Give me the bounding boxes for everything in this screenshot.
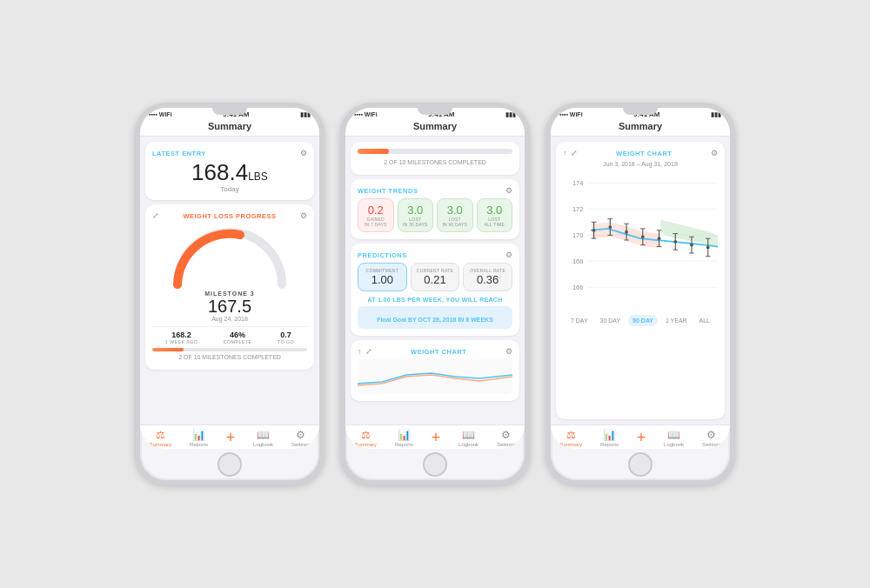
home-button-1[interactable] xyxy=(218,452,242,477)
tab-reports-3[interactable]: 📊 Reports xyxy=(600,429,619,447)
tab-logbook-1[interactable]: 📖 Logbook xyxy=(253,429,273,447)
chart-header-2: ↑ ⤢ Weight Chart ⚙ xyxy=(358,347,512,356)
gear-icon-2[interactable]: ⚙ xyxy=(300,211,307,220)
weight-date: Today xyxy=(152,185,307,193)
phone-3: ▪▪▪▪ WiFi 9:41 AM ▮▮▮ Summary ↑ ⤢ Weight… xyxy=(545,103,735,485)
expand-icon-3[interactable]: ⤢ xyxy=(571,149,578,157)
milestone-bar-fill xyxy=(358,149,389,154)
milestone-label: MILESTONE 3 xyxy=(152,291,307,297)
period-30day[interactable]: 30 DAY xyxy=(596,315,626,326)
gear-icon-chart-2[interactable]: ⚙ xyxy=(505,347,512,356)
tab-add-2[interactable]: + xyxy=(432,429,441,447)
chart-header-3: ↑ ⤢ Weight Chart ⚙ xyxy=(563,149,718,157)
nav-title-3: Summary xyxy=(551,119,730,137)
tab-add-icon-2: + xyxy=(432,429,441,447)
progress-bar-fill xyxy=(152,348,184,351)
prediction-goal-box: Final Goal BY OCT 28, 2018 IN 8 WEEKS xyxy=(358,306,512,329)
milestones-text-2: 2 OF 10 MILESTONES COMPLETED xyxy=(358,159,512,165)
tab-settings-label-2: Settings xyxy=(497,442,516,447)
week-ago-stat: 168.2 1 WEEK AGO xyxy=(165,331,197,344)
tab-bar-1: ⚖ Summary 📊 Reports + 📖 Logbook ⚙ Settin… xyxy=(140,424,319,449)
tab-reports-label-3: Reports xyxy=(600,442,619,447)
tab-summary-label-3: Summary xyxy=(559,442,582,447)
svg-text:172: 172 xyxy=(572,205,584,213)
gear-icon-1[interactable]: ⚙ xyxy=(300,149,307,157)
battery-icon-2: ▮▮▮ xyxy=(505,111,516,118)
weight-loss-progress-card: ⤢ Weight Loss Progress ⚙ MILESTONE 3 xyxy=(145,204,314,370)
complete-val: 46% xyxy=(224,331,252,339)
tab-add-3[interactable]: + xyxy=(637,429,646,447)
chart-svg: 174 172 170 168 166 xyxy=(563,170,718,310)
weight-display: 168.4LBS xyxy=(152,161,307,184)
gear-icon-chart-3[interactable]: ⚙ xyxy=(711,149,718,157)
tab-summary-2[interactable]: ⚖ Summary xyxy=(354,429,377,447)
svg-point-23 xyxy=(625,231,628,234)
milestone-progress-bar xyxy=(358,149,512,154)
tab-logbook-3[interactable]: 📖 Logbook xyxy=(664,429,684,447)
share-icon-3[interactable]: ↑ xyxy=(563,149,567,157)
phone-2-screen: ▪▪▪▪ WiFi 9:41 AM ▮▮▮ Summary 2 OF 10 MI… xyxy=(345,108,525,449)
period-1year[interactable]: 1 YEAR xyxy=(661,315,692,326)
weight-chart-title-2: Weight Chart xyxy=(411,348,466,356)
weight-chart-title-3: Weight Chart xyxy=(616,150,672,157)
tab-reports-label-2: Reports xyxy=(395,442,413,447)
tab-bar-3: ⚖ Summary 📊 Reports + 📖 Logbook ⚙ Settin… xyxy=(551,424,730,449)
chart-icons-3: ↑ ⤢ xyxy=(563,149,578,157)
trend-90-val: 3.0 xyxy=(440,204,470,217)
volume-button xyxy=(135,160,137,177)
tab-reports-icon-3: 📊 xyxy=(603,429,616,441)
trend-gained-lbl: GAINEDIN 7 DAYS xyxy=(361,217,391,227)
tab-summary-icon-1: ⚖ xyxy=(156,429,165,441)
complete-lbl: COMPLETE xyxy=(224,339,252,344)
weight-chart-card-2: ↑ ⤢ Weight Chart ⚙ xyxy=(351,340,519,401)
share-icon-2[interactable]: ↑ xyxy=(358,347,362,356)
expand-icon-2[interactable]: ⤢ xyxy=(365,347,372,356)
phone-notch-2 xyxy=(418,108,452,115)
trends-grid: 0.2 GAINEDIN 7 DAYS 3.0 LOSTIN 30 DAYS 3… xyxy=(358,198,512,232)
tab-summary-3[interactable]: ⚖ Summary xyxy=(559,429,582,447)
svg-point-27 xyxy=(641,235,645,238)
milestones-text-1: 2 OF 10 MILESTONES COMPLETED xyxy=(152,354,307,360)
predictions-grid: COMMITMENT 1.00 CURRENT RATE 0.21 OVERAL… xyxy=(358,263,512,291)
signal-icon-2: ▪▪▪▪ WiFi xyxy=(354,111,378,117)
svg-text:168: 168 xyxy=(572,257,584,265)
phone-notch-3 xyxy=(623,108,658,115)
pred-commitment-val: 1.00 xyxy=(361,273,404,286)
tab-summary-1[interactable]: ⚖ Summary xyxy=(149,429,171,447)
trend-90: 3.0 LOSTIN 90 DAYS xyxy=(437,198,473,232)
trend-gained: 0.2 GAINEDIN 7 DAYS xyxy=(358,198,394,232)
tab-settings-3[interactable]: ⚙ Settings xyxy=(702,429,721,447)
expand-icon[interactable]: ⤢ xyxy=(152,211,159,220)
tab-reports-label-1: Reports xyxy=(190,442,208,447)
tab-logbook-label-2: Logbook xyxy=(458,442,478,447)
latest-entry-card: Latest Entry ⚙ 168.4LBS Today xyxy=(145,142,314,200)
gear-icon-predictions[interactable]: ⚙ xyxy=(505,251,512,259)
tab-settings-icon-2: ⚙ xyxy=(501,429,511,441)
period-7day[interactable]: 7 DAY xyxy=(566,315,592,326)
tab-reports-1[interactable]: 📊 Reports xyxy=(190,429,208,447)
tab-reports-2[interactable]: 📊 Reports xyxy=(395,429,413,447)
svg-text:174: 174 xyxy=(572,179,584,187)
home-button-2[interactable] xyxy=(423,452,447,477)
tab-add-1[interactable]: + xyxy=(226,429,236,447)
svg-point-31 xyxy=(658,237,661,240)
tab-summary-label-1: Summary xyxy=(149,442,171,447)
volume-button-2 xyxy=(340,160,342,177)
period-90day[interactable]: 90 DAY xyxy=(628,315,658,326)
complete-stat: 46% COMPLETE xyxy=(224,331,252,344)
tab-settings-1[interactable]: ⚙ Settings xyxy=(291,429,311,447)
trends-title: Weight Trends xyxy=(358,187,418,195)
gear-icon-trends[interactable]: ⚙ xyxy=(505,186,512,195)
period-all[interactable]: ALL xyxy=(695,315,714,326)
home-button-3[interactable] xyxy=(628,452,652,477)
tab-logbook-2[interactable]: 📖 Logbook xyxy=(458,429,478,447)
latest-entry-title: Latest Entry xyxy=(152,150,206,157)
progress-title: Weight Loss Progress xyxy=(183,212,276,220)
trend-30: 3.0 LOSTIN 30 DAYS xyxy=(398,198,434,232)
week-ago-lbl: 1 WEEK AGO xyxy=(165,339,197,344)
trend-30-val: 3.0 xyxy=(401,204,431,217)
tab-add-icon-3: + xyxy=(637,429,646,447)
tab-settings-2[interactable]: ⚙ Settings xyxy=(497,429,516,447)
screen-content-2: 2 OF 10 MILESTONES COMPLETED Weight Tren… xyxy=(345,137,525,424)
progress-gauge xyxy=(169,224,291,289)
